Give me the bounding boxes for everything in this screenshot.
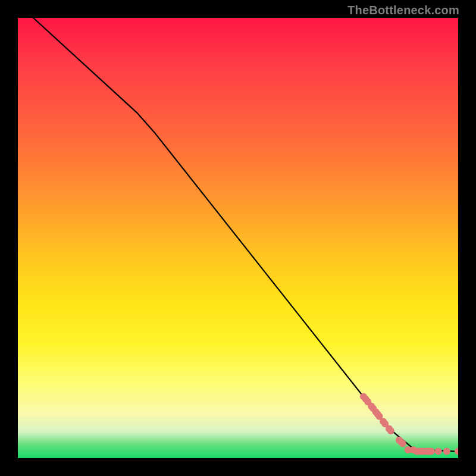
chart-overlay [18,18,458,458]
curve-line [33,18,458,452]
data-marker [387,427,394,434]
data-marker [455,448,458,455]
data-marker [443,448,450,455]
data-marker [435,448,442,455]
data-marker [428,448,435,455]
chart-frame: TheBottleneck.com [0,0,476,476]
plot-area [18,18,458,458]
watermark-text: TheBottleneck.com [347,4,459,17]
data-marker [399,440,406,447]
